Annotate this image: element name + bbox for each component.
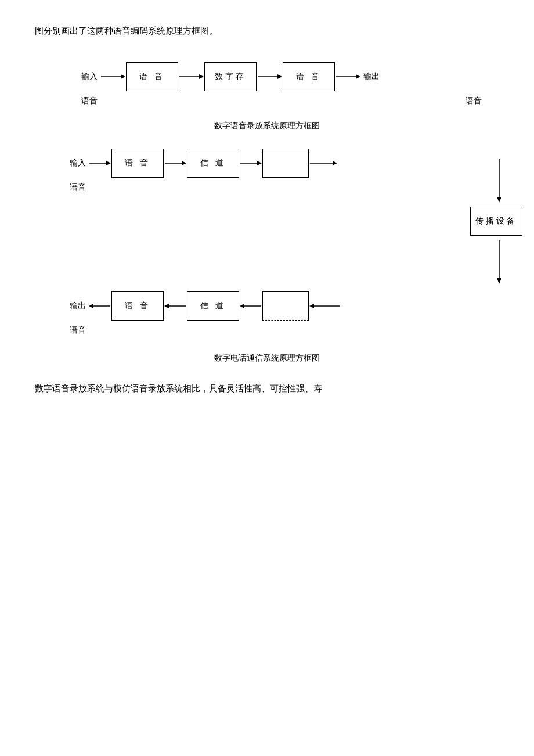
diagram2-bottom-arrow3 (239, 300, 262, 312)
svg-marker-13 (257, 161, 262, 165)
diagram2-box-yuyin2: 语 音 (111, 291, 164, 321)
svg-marker-3 (199, 74, 204, 79)
diagram1-box-yuyin2: 语 音 (283, 62, 335, 91)
diagram2-bottom-arrow4 (309, 300, 341, 312)
diagram1-section: 输入 语 音 数字存 (35, 62, 499, 131)
svg-marker-19 (497, 278, 501, 284)
diagram1-label-input: 输入 (81, 71, 98, 82)
diagram1-label-yuyin-right: 语音 (466, 96, 482, 106)
diagram2-box-yuyin1: 语 音 (111, 149, 164, 178)
svg-marker-20 (89, 304, 93, 308)
diagram2-box-empty1 (262, 149, 309, 178)
diagram2-top-arrow1 (88, 157, 111, 169)
diagram2-top-arrow3 (239, 157, 262, 169)
diagram1-arrow4 (335, 71, 361, 82)
svg-marker-22 (164, 304, 169, 308)
svg-marker-1 (121, 74, 125, 79)
svg-marker-11 (182, 161, 186, 165)
svg-marker-9 (106, 161, 111, 165)
diagram1-box-shuzicun: 数字存 (204, 62, 257, 91)
diagram2-box-empty2 (262, 291, 309, 321)
diagram2-label-yuyin-top: 语音 (70, 182, 511, 193)
diagram2-bottom-arrow2 (164, 300, 187, 312)
diagram2-down-arrow2 (493, 239, 505, 287)
final-text: 数字语音录放系统与模仿语音录放系统相比，具备灵活性高、可控性强、寿 (35, 381, 499, 397)
diagram1-flow: 输入 语 音 数字存 (81, 62, 499, 91)
diagram2-transmission-box: 传播设备 (470, 207, 522, 236)
diagram1-arrow3 (257, 71, 283, 82)
svg-marker-26 (309, 304, 314, 308)
svg-marker-5 (277, 74, 282, 79)
svg-marker-17 (497, 197, 501, 203)
diagram2-section: 输入 语 音 信 道 (35, 149, 499, 363)
diagram2-container: 输入 语 音 信 道 (35, 149, 511, 336)
diagram2-top-row: 输入 语 音 信 道 (70, 149, 511, 178)
diagram2-bottom-row: 输出 语 音 信 道 (70, 291, 511, 321)
diagram2-label-yuyin-bottom: 语音 (70, 325, 511, 336)
diagram1-title: 数字语音录放系统原理方框图 (35, 121, 499, 131)
diagram1-box-yuyin1: 语 音 (126, 62, 178, 91)
intro-text: 图分别画出了这两种语音编码系统原理方框图。 (35, 23, 499, 39)
diagram1-arrow2 (178, 71, 204, 82)
final-text-content: 数字语音录放系统与模仿语音录放系统相比，具备灵活性高、可控性强、寿 (35, 384, 322, 393)
diagram2-title: 数字电话通信系统原理方框图 (35, 353, 499, 363)
svg-marker-7 (356, 74, 360, 79)
svg-marker-24 (240, 304, 244, 308)
intro-text-content: 图分别画出了这两种语音编码系统原理方框图。 (35, 26, 218, 35)
diagram2-down-arrow1 (493, 157, 505, 206)
diagram2-top-arrow2 (164, 157, 187, 169)
diagram1-labels: 语音 语音 (81, 96, 499, 106)
diagram2-box-xindao2: 信 道 (187, 291, 239, 321)
diagram1-arrow1 (100, 71, 126, 82)
diagram2-label-output: 输出 (70, 301, 86, 311)
svg-marker-15 (333, 161, 337, 165)
diagram2-top-arrow4 (309, 157, 338, 169)
diagram2-bottom-arrow1 (88, 300, 111, 312)
diagram1-label-yuyin-left: 语音 (81, 96, 98, 106)
diagram2-label-input: 输入 (70, 158, 86, 168)
diagram2-box-xindao1: 信 道 (187, 149, 239, 178)
diagram1-label-output: 输出 (363, 71, 380, 82)
